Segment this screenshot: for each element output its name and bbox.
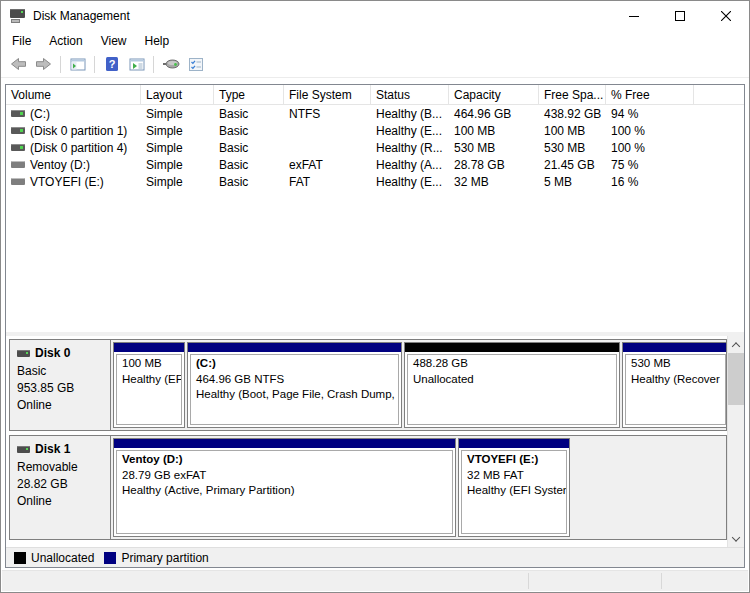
column-header-type[interactable]: Type — [214, 85, 284, 104]
minimize-icon — [629, 11, 639, 21]
scroll-up-button[interactable] — [728, 336, 745, 353]
volume-row[interactable]: (Disk 0 partition 1) Simple Basic Health… — [6, 122, 744, 139]
menu-file[interactable]: File — [3, 31, 40, 51]
partition-disk1-vtoyefi[interactable]: VTOYEFI (E:) 32 MB FAT Healthy (EFI Syst… — [458, 438, 570, 537]
chevron-up-icon — [732, 342, 740, 350]
minimize-button[interactable] — [611, 1, 657, 30]
volume-status: Healthy (R... — [371, 141, 449, 155]
volume-name: (Disk 0 partition 4) — [30, 141, 127, 155]
volume-row[interactable]: Ventoy (D:) Simple Basic exFAT Healthy (… — [6, 156, 744, 173]
partition-status: Healthy (EFI System — [467, 483, 561, 499]
toolbar: ? — [1, 51, 749, 78]
volume-capacity: 32 MB — [449, 175, 539, 189]
disk-view-button[interactable] — [158, 53, 183, 76]
view-options-button[interactable] — [183, 53, 208, 76]
partition-disk0-recovery[interactable]: 530 MB Healthy (Recover — [622, 342, 726, 428]
volume-layout: Simple — [141, 107, 214, 121]
disk-management-window: Disk Management File Action View Help — [0, 0, 750, 593]
chevron-down-icon — [732, 533, 740, 541]
view-options-icon — [188, 56, 204, 72]
volume-status: Healthy (E... — [371, 175, 449, 189]
back-icon — [10, 56, 27, 72]
partition-disk0-efi[interactable]: 100 MB Healthy (EF — [113, 342, 185, 428]
disk1-label-panel[interactable]: Disk 1 Removable 28.82 GB Online — [10, 436, 111, 539]
partition-size: 488.28 GB — [413, 356, 611, 372]
volume-layout: Simple — [141, 124, 214, 138]
volume-file-system: NTFS — [284, 107, 371, 121]
toolbar-separator — [94, 56, 95, 73]
volume-layout: Simple — [141, 175, 214, 189]
partition-title: (C:) — [196, 356, 393, 372]
volume-layout: Simple — [141, 158, 214, 172]
show-action-pane-button[interactable] — [124, 53, 149, 76]
partition-status: Unallocated — [413, 372, 611, 388]
vertical-scrollbar[interactable] — [727, 336, 744, 547]
column-header-file-system[interactable]: File System — [284, 85, 371, 104]
volume-status: Healthy (B... — [371, 107, 449, 121]
volume-free-space: 530 MB — [539, 141, 606, 155]
disk-management-app-icon — [10, 8, 26, 24]
volume-capacity: 464.96 GB — [449, 107, 539, 121]
disk1-partition-strip: Ventoy (D:) 28.79 GB exFAT Healthy (Acti… — [111, 436, 726, 539]
forward-button[interactable] — [31, 53, 56, 76]
partition-status: Healthy (Recover — [631, 372, 720, 388]
partition-size: 530 MB — [631, 356, 720, 372]
menu-help[interactable]: Help — [136, 31, 179, 51]
partition-disk1-ventoy[interactable]: Ventoy (D:) 28.79 GB exFAT Healthy (Acti… — [113, 438, 456, 537]
column-header-status[interactable]: Status — [371, 85, 449, 104]
column-header-layout[interactable]: Layout — [141, 85, 214, 104]
volume-drive-icon — [11, 144, 25, 151]
maximize-button[interactable] — [657, 1, 703, 30]
column-header-capacity[interactable]: Capacity — [449, 85, 539, 104]
column-header-filler — [694, 85, 744, 104]
volume-type: Basic — [214, 175, 284, 189]
statusbar-divider — [528, 573, 529, 589]
volume-name: Ventoy (D:) — [30, 158, 90, 172]
legend-bar: Unallocated Primary partition — [6, 547, 744, 567]
partition-type-bar — [405, 343, 619, 352]
volume-row[interactable]: (Disk 0 partition 4) Simple Basic Health… — [6, 139, 744, 156]
menu-action[interactable]: Action — [40, 31, 91, 51]
column-header-pct-free[interactable]: % Free — [606, 85, 694, 104]
volume-drive-icon — [11, 161, 25, 168]
scrollbar-thumb[interactable] — [728, 353, 745, 405]
volume-free-space: 438.92 GB — [539, 107, 606, 121]
help-icon: ? — [104, 56, 120, 72]
disk-name: Disk 0 — [35, 346, 70, 360]
volume-capacity: 100 MB — [449, 124, 539, 138]
disk-row-0: Disk 0 Basic 953.85 GB Online 100 MB Hea… — [9, 339, 727, 431]
volume-row[interactable]: VTOYEFI (E:) Simple Basic FAT Healthy (E… — [6, 173, 744, 190]
partition-type-bar — [623, 343, 726, 352]
volume-row[interactable]: (C:) Simple Basic NTFS Healthy (B... 464… — [6, 105, 744, 122]
scroll-down-button[interactable] — [728, 530, 745, 547]
partition-status: Healthy (EF — [122, 372, 176, 388]
volume-pct-free: 16 % — [606, 175, 694, 189]
disk-row-1: Disk 1 Removable 28.82 GB Online Ventoy … — [9, 435, 727, 540]
partition-status: Healthy (Boot, Page File, Crash Dump, — [196, 387, 393, 403]
column-header-free-space[interactable]: Free Spa... — [539, 85, 606, 104]
close-button[interactable] — [703, 1, 749, 30]
volume-pct-free: 94 % — [606, 107, 694, 121]
titlebar: Disk Management — [1, 1, 749, 30]
status-bar — [2, 570, 748, 591]
maximize-icon — [675, 11, 685, 21]
volume-file-system: exFAT — [284, 158, 371, 172]
toolbar-separator — [60, 56, 61, 73]
volume-type: Basic — [214, 158, 284, 172]
partition-type-bar — [114, 439, 455, 448]
volume-list: Volume Layout Type File System Status Ca… — [6, 85, 744, 332]
disk-status: Online — [17, 493, 103, 510]
back-button[interactable] — [6, 53, 31, 76]
volume-capacity: 28.78 GB — [449, 158, 539, 172]
column-header-volume[interactable]: Volume — [6, 85, 141, 104]
volume-type: Basic — [214, 141, 284, 155]
menu-view[interactable]: View — [92, 31, 136, 51]
partition-disk0-c[interactable]: (C:) 464.96 GB NTFS Healthy (Boot, Page … — [187, 342, 402, 428]
partition-type-bar — [188, 343, 401, 352]
help-button[interactable]: ? — [99, 53, 124, 76]
disk0-label-panel[interactable]: Disk 0 Basic 953.85 GB Online — [10, 340, 111, 430]
partition-size: 100 MB — [122, 356, 176, 372]
partition-disk0-unallocated[interactable]: 488.28 GB Unallocated — [404, 342, 620, 428]
volume-free-space: 21.45 GB — [539, 158, 606, 172]
show-console-tree-button[interactable] — [65, 53, 90, 76]
